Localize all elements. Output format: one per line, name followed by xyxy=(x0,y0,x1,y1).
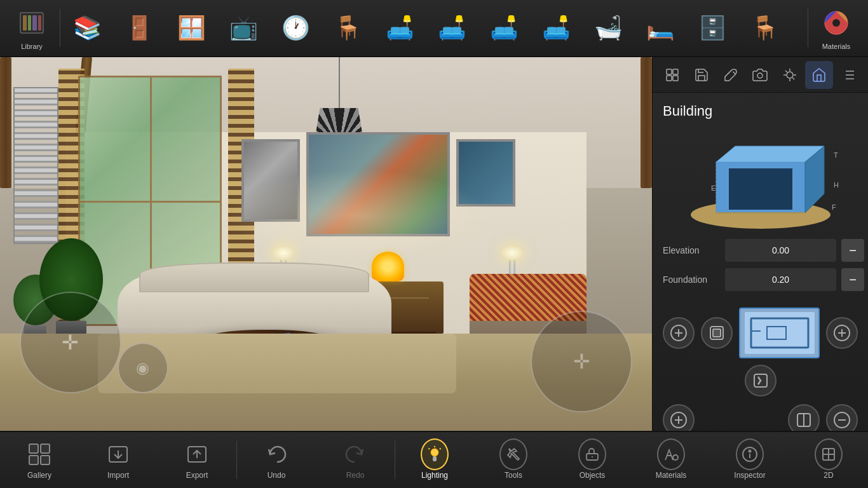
wall-decor-left xyxy=(13,87,59,244)
furniture-armchair-pink[interactable]: 🛋️ xyxy=(428,4,476,52)
toolbar-separator-right xyxy=(808,9,808,47)
svg-rect-4 xyxy=(38,15,41,30)
furniture-armchair-yellow[interactable]: 🛋️ xyxy=(376,4,424,52)
elevation-label: Elevation xyxy=(663,245,720,255)
furniture-sofa-yellow[interactable]: 🛋️ xyxy=(532,4,580,52)
tools-icon xyxy=(499,440,527,468)
materials-bottom-button[interactable]: Materials xyxy=(632,431,710,488)
materials-label: Materials xyxy=(822,43,851,50)
panel-lighting-button[interactable] xyxy=(776,61,804,89)
floor-plan-preview[interactable] xyxy=(739,308,820,358)
svg-rect-9 xyxy=(673,69,678,74)
beam-1 xyxy=(0,57,11,188)
lamp-head-left xyxy=(272,245,295,261)
flower-vase xyxy=(372,252,404,281)
svg-rect-41 xyxy=(713,329,721,337)
furniture-window[interactable]: 🪟 xyxy=(167,4,215,52)
add-object-button[interactable] xyxy=(826,317,858,349)
panel-home-button[interactable] xyxy=(805,61,833,89)
furniture-bed[interactable]: 🛏️ xyxy=(636,4,684,52)
panel-build-button[interactable] xyxy=(658,61,686,89)
floor-plan-row-2 xyxy=(653,399,868,431)
import-icon xyxy=(104,440,132,468)
redo-icon xyxy=(341,440,369,468)
add-element-button[interactable] xyxy=(663,404,695,431)
svg-rect-58 xyxy=(41,444,50,453)
panel-list-button[interactable] xyxy=(834,61,862,89)
furniture-bookshelf[interactable]: 📚 xyxy=(63,4,111,52)
inspector-button[interactable]: Inspector xyxy=(710,431,789,488)
rotate-control[interactable]: ◉ xyxy=(118,342,168,393)
furniture-chair-red2[interactable]: 🪑 xyxy=(740,4,789,52)
svg-line-69 xyxy=(440,449,441,450)
2d-icon xyxy=(815,440,843,468)
gallery-label: Gallery xyxy=(27,471,51,480)
svg-rect-3 xyxy=(32,15,37,30)
tools-label: Tools xyxy=(505,471,522,480)
furniture-bathtub[interactable]: 🛁 xyxy=(584,4,632,52)
remove-button[interactable] xyxy=(745,365,776,396)
elevation-row: Elevation − + xyxy=(663,239,858,262)
foundation-row: Foundation − + xyxy=(663,268,858,291)
import-button[interactable]: Import xyxy=(79,431,158,488)
furniture-door[interactable]: 🚪 xyxy=(115,4,163,52)
room-scene: ✛ ◉ ✛ xyxy=(0,57,652,431)
objects-label: Objects xyxy=(580,471,606,480)
inspector-icon xyxy=(736,440,764,468)
elevation-decrease-button[interactable]: − xyxy=(841,239,864,262)
gallery-button[interactable]: Gallery xyxy=(0,431,79,488)
panel-paint-button[interactable] xyxy=(717,61,745,89)
furniture-cabinet[interactable]: 🗄️ xyxy=(688,4,736,52)
add-floor-button[interactable] xyxy=(663,317,695,349)
snap-button[interactable] xyxy=(788,404,820,431)
panel-camera-button[interactable] xyxy=(746,61,774,89)
svg-rect-1 xyxy=(23,15,27,30)
svg-rect-30 xyxy=(729,168,792,210)
bottom-toolbar: Gallery Import Export xyxy=(0,431,868,488)
furniture-chair-red[interactable]: 🪑 xyxy=(323,4,372,52)
beam-3 xyxy=(641,57,652,188)
library-label: Library xyxy=(21,43,43,50)
foundation-decrease-button[interactable]: − xyxy=(841,268,864,291)
corner-button[interactable] xyxy=(826,404,858,431)
furniture-strip: 📚🚪🪟📺🕐🪑🛋️🛋️🛋️🛋️🛁🛏️🗄️🪑 xyxy=(63,4,805,52)
right-panel: Building T H E F xyxy=(652,57,868,431)
svg-line-16 xyxy=(792,78,794,79)
undo-button[interactable]: Undo xyxy=(237,431,316,488)
2d-button[interactable]: 2D xyxy=(789,431,868,488)
materials-button[interactable]: Materials xyxy=(811,3,862,53)
lamp-head-right xyxy=(501,245,524,261)
svg-line-15 xyxy=(785,70,787,72)
panel-toolbar xyxy=(653,57,868,93)
lighting-button[interactable]: Lighting xyxy=(395,431,474,488)
furniture-sofa-pink[interactable]: 🛋️ xyxy=(480,4,528,52)
furniture-tv[interactable]: 📺 xyxy=(219,4,268,52)
foundation-label: Foundation xyxy=(663,274,720,285)
svg-rect-59 xyxy=(29,456,38,464)
pan-control[interactable]: ✛ xyxy=(20,292,121,393)
object-button-1[interactable] xyxy=(701,317,733,349)
toolbar-separator xyxy=(60,9,60,47)
svg-rect-57 xyxy=(29,444,38,453)
lighting-label: Lighting xyxy=(421,471,448,480)
library-button[interactable]: Library xyxy=(6,3,57,53)
svg-rect-60 xyxy=(41,456,50,464)
elevation-input[interactable] xyxy=(725,239,836,262)
furniture-clock[interactable]: 🕐 xyxy=(271,4,320,52)
top-toolbar: Library 📚🚪🪟📺🕐🪑🛋️🛋️🛋️🛋️🛁🛏️🗄️🪑 Materials xyxy=(0,0,868,57)
redo-button[interactable]: Redo xyxy=(316,431,395,488)
floor-plan-svg xyxy=(742,309,818,357)
foundation-input[interactable] xyxy=(725,268,836,291)
export-button[interactable]: Export xyxy=(158,431,236,488)
building-svg: T H E F xyxy=(678,127,843,229)
objects-button[interactable]: Objects xyxy=(553,431,632,488)
undo-icon xyxy=(262,440,290,468)
svg-line-11 xyxy=(733,71,736,74)
svg-point-12 xyxy=(757,73,763,78)
orbit-control[interactable]: ✛ xyxy=(531,311,632,412)
redo-label: Redo xyxy=(346,471,365,480)
lamp-cord xyxy=(339,57,340,108)
tools-button[interactable]: Tools xyxy=(474,431,553,488)
svg-point-6 xyxy=(832,19,840,27)
panel-save-button[interactable] xyxy=(688,61,715,89)
